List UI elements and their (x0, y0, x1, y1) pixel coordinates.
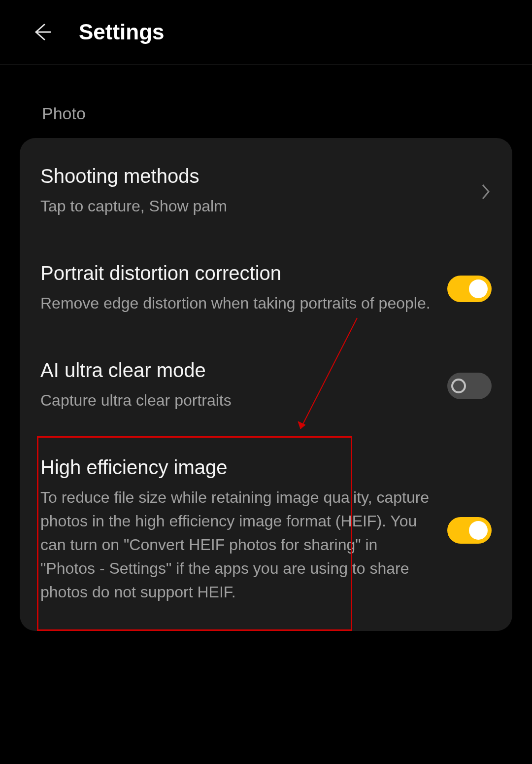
setting-high-efficiency: High efficiency image To reduce file siz… (20, 434, 512, 626)
setting-portrait-distortion: Portrait distortion correction Remove ed… (20, 240, 512, 337)
toggle-high-efficiency[interactable] (447, 517, 492, 544)
setting-title: Shooting methods (40, 165, 465, 187)
header: Settings (0, 0, 532, 65)
setting-text: High efficiency image To reduce file siz… (40, 456, 447, 604)
setting-title: Portrait distortion correction (40, 262, 432, 284)
chevron-right-icon (480, 182, 492, 202)
setting-title: High efficiency image (40, 456, 432, 479)
toggle-ai-ultra-clear[interactable] (447, 373, 492, 399)
setting-description: To reduce file size while retaining imag… (40, 486, 432, 604)
page-title: Settings (79, 20, 165, 44)
setting-text: AI ultra clear mode Capture ultra clear … (40, 359, 447, 412)
toggle-portrait-distortion[interactable] (447, 276, 492, 302)
setting-title: AI ultra clear mode (40, 359, 432, 382)
section-header-photo: Photo (0, 65, 532, 138)
toggle-knob (469, 279, 488, 298)
setting-text: Portrait distortion correction Remove ed… (40, 262, 447, 315)
setting-description: Remove edge distortion when taking portr… (40, 291, 432, 315)
setting-description: Tap to capture, Show palm (40, 194, 465, 218)
setting-shooting-methods[interactable]: Shooting methods Tap to capture, Show pa… (20, 143, 512, 240)
back-icon[interactable] (30, 20, 54, 44)
toggle-knob (451, 379, 466, 393)
setting-description: Capture ultra clear portraits (40, 388, 432, 412)
setting-text: Shooting methods Tap to capture, Show pa… (40, 165, 480, 218)
toggle-knob (469, 521, 488, 540)
settings-card: Shooting methods Tap to capture, Show pa… (20, 138, 512, 631)
setting-ai-ultra-clear: AI ultra clear mode Capture ultra clear … (20, 337, 512, 434)
